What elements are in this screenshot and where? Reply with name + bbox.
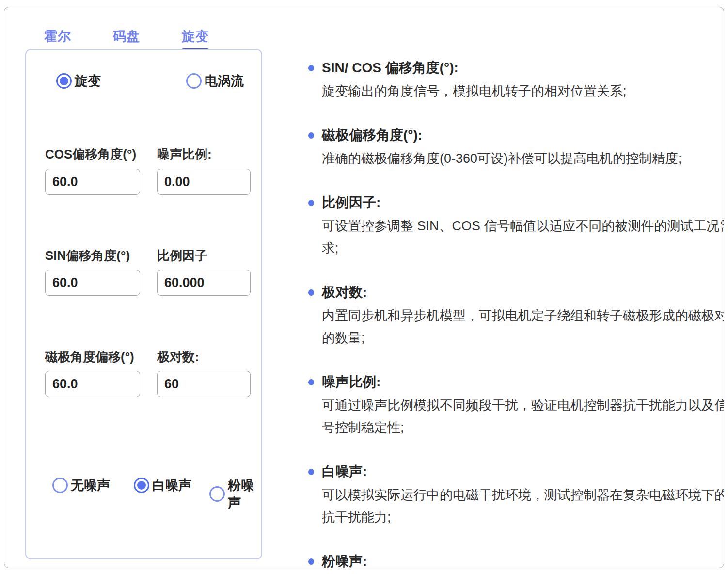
radio-white-noise-label: 白噪声 <box>152 477 191 494</box>
radio-selected-icon <box>56 73 72 89</box>
tab-resolver[interactable]: 旋变 <box>182 28 209 52</box>
bullet-icon <box>308 379 314 385</box>
pole-pairs-label: 极对数: <box>157 349 251 366</box>
radio-unselected-icon <box>209 486 225 502</box>
info-body: 可通过噪声比例模拟不同频段干扰，验证电机控制器抗干扰能力以及信号控制稳定性; <box>322 394 724 439</box>
bullet-icon <box>308 65 314 71</box>
sin-offset-label: SIN偏移角度(°) <box>45 247 140 264</box>
info-item-pole-pairs: 极对数: 内置同步机和异步机模型，可拟电机定子绕组和转子磁极形成的磁极对的数量; <box>322 282 724 349</box>
radio-pink-noise-label: 粉噪声 <box>228 477 261 511</box>
info-title: 白噪声: <box>322 462 724 482</box>
scale-factor-label: 比例因子 <box>157 247 251 264</box>
sin-offset-input[interactable] <box>45 270 140 296</box>
tab-encoder[interactable]: 码盘 <box>113 28 140 52</box>
noise-ratio-label: 噪声比例: <box>157 146 251 163</box>
info-body: 可以模拟实际运行中的电磁干扰环境，测试控制器在复杂电磁环境下的抗干扰能力; <box>322 484 724 528</box>
bullet-icon <box>308 469 314 475</box>
pole-pairs-input[interactable] <box>157 371 251 397</box>
info-title: 极对数: <box>322 282 724 303</box>
radio-eddy-current-label: 电涡流 <box>205 72 244 90</box>
info-body: 内置同步机和异步机模型，可拟电机定子绕组和转子磁极形成的磁极对的数量; <box>322 304 724 349</box>
scale-factor-input[interactable] <box>157 270 251 296</box>
info-title: 噪声比例: <box>322 372 724 392</box>
radio-no-noise-label: 无噪声 <box>71 477 110 494</box>
radio-pink-noise[interactable]: 粉噪声 <box>209 477 261 511</box>
parameter-descriptions: SIN/ COS 偏移角度(°): 旋变输出的角度信号，模拟电机转子的相对位置关… <box>322 58 724 568</box>
info-item-pole-offset: 磁极偏移角度(°): 准确的磁极偏移角度(0-360可设)补偿可以提高电机的控制… <box>322 125 724 170</box>
radio-unselected-icon <box>52 478 68 493</box>
radio-selected-icon <box>134 478 149 493</box>
info-title: 磁极偏移角度(°): <box>322 125 724 145</box>
radio-resolver[interactable]: 旋变 <box>56 72 101 90</box>
resolver-settings-panel: 旋变 电涡流 COS偏移角度(°) 噪声比例: SIN偏移角度(°) 比例因子 … <box>25 49 262 559</box>
info-title: SIN/ COS 偏移角度(°): <box>322 58 724 78</box>
radio-no-noise[interactable]: 无噪声 <box>52 477 110 494</box>
bullet-icon <box>308 200 314 206</box>
info-body: 准确的磁极偏移角度(0-360可设)补偿可以提高电机的控制精度; <box>322 147 724 170</box>
cos-offset-input[interactable] <box>45 169 140 195</box>
noise-ratio-input[interactable] <box>157 169 251 195</box>
info-body: 旋变输出的角度信号，模拟电机转子的相对位置关系; <box>322 80 724 102</box>
cos-offset-label: COS偏移角度(°) <box>45 146 140 163</box>
bullet-icon <box>308 132 314 139</box>
info-title: 粉噪声: <box>322 551 724 568</box>
radio-eddy-current[interactable]: 电涡流 <box>186 72 244 90</box>
info-item-noise-ratio: 噪声比例: 可通过噪声比例模拟不同频段干扰，验证电机控制器抗干扰能力以及信号控制… <box>322 372 724 439</box>
bullet-icon <box>308 558 314 565</box>
pole-angle-offset-input[interactable] <box>45 371 140 397</box>
info-item-white-noise: 白噪声: 可以模拟实际运行中的电磁干扰环境，测试控制器在复杂电磁环境下的抗干扰能… <box>322 462 724 528</box>
radio-unselected-icon <box>186 73 202 89</box>
bullet-icon <box>308 289 314 296</box>
info-item-scale-factor: 比例因子: 可设置控参调整 SIN、COS 信号幅值以适应不同的被测件的测试工况… <box>322 192 724 259</box>
info-item-pink-noise: 粉噪声: 可以更真实地模拟电机在实际工作环境中所面临的负载变化和噪声干扰。 <box>322 551 724 568</box>
radio-resolver-label: 旋变 <box>75 72 101 90</box>
info-body: 可设置控参调整 SIN、COS 信号幅值以适应不同的被测件的测试工况需求; <box>322 215 724 259</box>
tab-hall[interactable]: 霍尔 <box>44 28 71 52</box>
settings-card: 霍尔 码盘 旋变 旋变 电涡流 COS偏移角度(°) 噪声比例: SIN偏移角度… <box>4 7 724 568</box>
pole-angle-offset-label: 磁极角度偏移(°) <box>45 349 140 366</box>
tab-bar: 霍尔 码盘 旋变 <box>44 28 209 52</box>
info-title: 比例因子: <box>322 192 724 213</box>
info-item-sin-cos-offset: SIN/ COS 偏移角度(°): 旋变输出的角度信号，模拟电机转子的相对位置关… <box>322 58 724 102</box>
radio-white-noise[interactable]: 白噪声 <box>134 477 191 494</box>
